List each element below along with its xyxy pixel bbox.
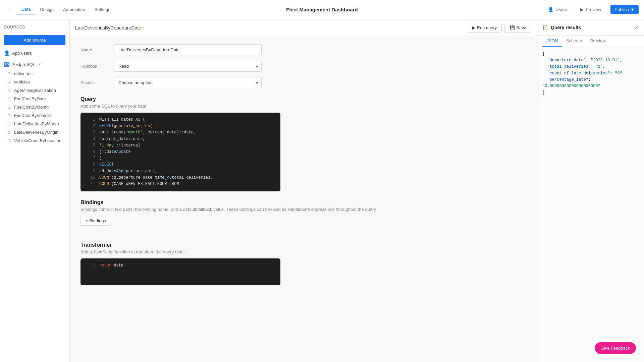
play-icon: ▶ [472, 25, 475, 30]
query-icon: ⊡ [7, 97, 11, 101]
results-icon: 📋 [542, 25, 548, 30]
sidebar-child-fuelcostbyvehicle[interactable]: ⊡ FuelCostByVehicle [3, 111, 69, 120]
code-line: 3 date_trunc('month', current_date)::dat… [86, 129, 275, 136]
query-icon: ⊡ [7, 88, 11, 93]
sidebar-item-app-users[interactable]: 👤 App users [0, 48, 69, 58]
transformer-section-desc: Add a JavaScript function to transform t… [80, 249, 526, 254]
child-label: FuelCostByDate [14, 96, 46, 101]
top-nav: ← Data Design Automation Settings Fleet … [0, 0, 644, 19]
sidebar-child-latedeliveriesbyorigin[interactable]: ⊡ LateDeliveriesByOrigin [3, 128, 69, 136]
child-label: FuelCostByMonth [14, 105, 49, 110]
code-line: 5 '1 day'::interval [86, 142, 275, 149]
app-title: Fleet Management Dashboard [286, 7, 358, 12]
sidebar-item-label: App users [12, 51, 32, 56]
main-layout: Sources Add source 👤 App users PG Postgr… [0, 19, 644, 362]
results-tab-schema[interactable]: Schema [562, 36, 586, 47]
sidebar-child-fuelcostbymonth[interactable]: ⊡ FuelCostByMonth [3, 103, 69, 111]
function-select-wrapper: Read Write Delete ▾ [114, 61, 262, 72]
code-line: 6 )::date AS date [86, 149, 275, 155]
users-icon: 👤 [548, 7, 553, 12]
code-line: 4 current_date::date, [86, 136, 275, 142]
tab-settings[interactable]: Settings [91, 5, 114, 14]
preview-button[interactable]: ▶ Preview [576, 5, 605, 14]
users-icon: 👤 [4, 50, 9, 56]
content-area: LateDeliveriesByDepartureDate• ▶ Run que… [70, 19, 537, 362]
child-label: LateDeliveriesByOrigin [14, 130, 58, 135]
table-icon: ⊞ [7, 80, 11, 84]
give-feedback-button[interactable]: Give Feedback [595, 342, 636, 354]
code-line: 10 COUNT(d.departure_date_time) AS total… [86, 175, 275, 181]
json-line: "departure_date": "2023-10-01", [542, 57, 639, 64]
query-icon: ⊡ [7, 130, 11, 135]
query-section: Query Add some SQL to query your data 1W… [80, 96, 526, 191]
query-editor[interactable]: 1WITH all_dates AS ( 2 SELECT generate_s… [80, 113, 280, 191]
sidebar-child-vehiclecountbylocation[interactable]: ⊡ VehicleCountByLocation [3, 136, 69, 145]
save-button[interactable]: 💾 Save [504, 23, 531, 33]
results-tab-json[interactable]: JSON [542, 36, 562, 47]
results-tabs: JSON Schema Preview [537, 36, 644, 47]
query-results-panel: 📋 Query results ⤢ JSON Schema Preview { … [537, 19, 644, 362]
bindings-section: Bindings Bindings come in two parts: the… [80, 199, 526, 226]
function-select[interactable]: Read Write Delete [114, 61, 262, 72]
nav-right-actions: 👤 Users ▶ Preview Publish ▼ [544, 5, 639, 14]
postgres-label: PostgreSQL [11, 62, 35, 67]
json-line: } [542, 89, 639, 96]
child-label: AgeMileageUtilization [14, 88, 56, 93]
results-tab-preview[interactable]: Preview [586, 36, 609, 47]
sidebar-child-vehicles[interactable]: ⊞ vehicles [3, 78, 69, 86]
code-line: 2 SELECT generate_series( [86, 123, 275, 129]
users-button[interactable]: 👤 Users [544, 5, 571, 14]
access-select[interactable]: Choose an option Public Private [114, 77, 262, 88]
name-row: Name [80, 44, 526, 55]
add-bindings-button[interactable]: + Bindings [80, 216, 111, 226]
add-source-button[interactable]: Add source [4, 35, 65, 45]
nav-tabs: Data Design Automation Settings [17, 5, 114, 14]
save-icon: 💾 [509, 25, 515, 30]
child-label: LateDeliveriesByMonth [14, 121, 59, 126]
run-query-button[interactable]: ▶ Run query [467, 23, 502, 33]
transformer-section-title: Transformer [80, 242, 526, 248]
name-label: Name [80, 47, 114, 52]
access-label: Access [80, 80, 114, 85]
publish-button[interactable]: Publish ▼ [610, 5, 639, 14]
tab-data[interactable]: Data [17, 5, 35, 14]
postgres-children: ⊞ deliveries ⊞ vehicles ⊡ AgeMileageUtil… [0, 69, 69, 145]
header-actions: ▶ Run query 💾 Save [467, 23, 531, 33]
access-select-wrapper: Choose an option Public Private ▾ [114, 77, 262, 88]
name-input[interactable] [114, 44, 262, 55]
content-header: LateDeliveriesByDepartureDate• ▶ Run que… [70, 19, 537, 36]
code-line: 1WITH all_dates AS ( [86, 117, 275, 123]
unsaved-dot: • [142, 25, 144, 31]
code-line: 11 COUNT(CASE WHEN EXTRACT(HOUR FROM [86, 181, 275, 187]
transformer-editor[interactable]: 1return data [80, 258, 280, 285]
function-row: Function Read Write Delete ▾ [80, 61, 526, 72]
expand-icon: ▼ [38, 62, 42, 66]
sidebar: Sources Add source 👤 App users PG Postgr… [0, 19, 70, 362]
query-icon: ⊡ [7, 122, 11, 126]
sources-label: Sources [0, 19, 69, 32]
sidebar-child-agemileage[interactable]: ⊡ AgeMileageUtilization [3, 86, 69, 95]
child-label: FuelCostByVehicle [14, 113, 51, 118]
code-line: 1return data [86, 262, 275, 269]
query-section-title: Query [80, 96, 526, 102]
postgres-group: PG PostgreSQL ▼ ⊞ deliveries ⊞ vehicles … [0, 59, 69, 145]
function-label: Function [80, 64, 114, 69]
access-row: Access Choose an option Public Private ▾ [80, 77, 526, 88]
postgres-group-header[interactable]: PG PostgreSQL ▼ [0, 59, 69, 69]
tab-design[interactable]: Design [36, 5, 57, 14]
back-button[interactable]: ← [5, 5, 15, 14]
query-section-desc: Add some SQL to query your data [80, 104, 526, 109]
content-scroll: Name Function Read Write Delete ▾ Access [70, 36, 537, 362]
tab-automation[interactable]: Automation [59, 5, 89, 14]
expand-icon[interactable]: ⤢ [634, 24, 639, 31]
divider [80, 234, 280, 234]
sidebar-child-deliveries[interactable]: ⊞ deliveries [3, 69, 69, 78]
sidebar-child-fuelcostbydate[interactable]: ⊡ FuelCostByDate [3, 95, 69, 103]
json-line: "count_of_late_deliveries": "0", [542, 70, 639, 77]
code-line: 9 ad.date AS departure_date, [86, 168, 275, 175]
child-label: deliveries [14, 71, 33, 76]
results-panel-header: 📋 Query results ⤢ [537, 19, 644, 36]
bindings-section-title: Bindings [80, 199, 526, 205]
query-icon: ⊡ [7, 105, 11, 110]
sidebar-child-latedeliveriesbymonth[interactable]: ⊡ LateDeliveriesByMonth [3, 120, 69, 128]
